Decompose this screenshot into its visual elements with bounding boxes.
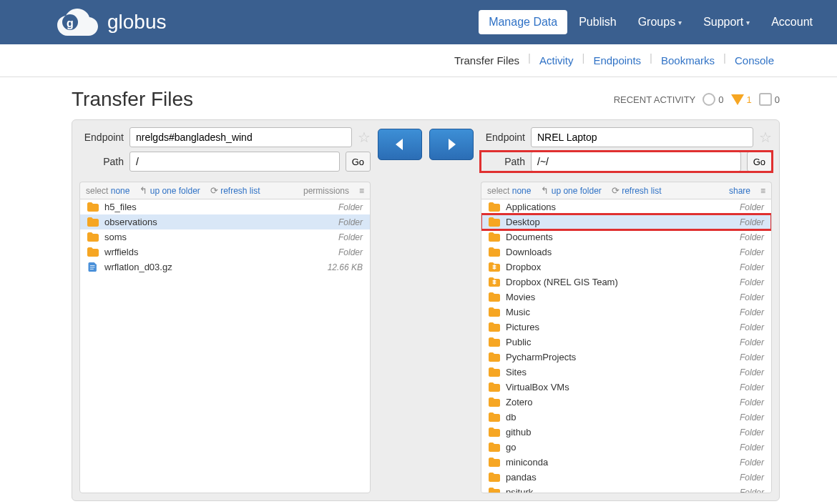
file-row[interactable]: MusicFolder <box>481 305 771 320</box>
nav-item-account[interactable]: Account <box>761 10 823 34</box>
logo[interactable]: g globus <box>57 9 167 36</box>
globus-cloud-icon: g <box>57 9 100 36</box>
svg-rect-4 <box>90 269 94 270</box>
source-path-row: Path Go <box>79 152 371 172</box>
file-type: Folder <box>338 217 363 227</box>
file-row[interactable]: PicturesFolder <box>481 320 771 335</box>
file-type: Folder <box>740 217 764 227</box>
file-name: PycharmProjects <box>506 352 740 362</box>
source-endpoint-input[interactable] <box>129 127 352 147</box>
file-row[interactable]: VirtualBox VMsFolder <box>481 380 771 395</box>
hamburger-icon[interactable]: ≡ <box>760 186 765 196</box>
source-go-button[interactable]: Go <box>346 152 371 172</box>
file-row[interactable]: PublicFolder <box>481 335 771 350</box>
file-row[interactable]: wrffieldsFolder <box>80 244 370 260</box>
file-type: Folder <box>338 202 363 212</box>
file-name: Documents <box>506 232 740 242</box>
file-row[interactable]: SitesFolder <box>481 365 771 380</box>
file-row[interactable]: DownloadsFolder <box>481 244 771 260</box>
nav-item-manage-data[interactable]: Manage Data <box>479 10 567 34</box>
file-row[interactable]: MoviesFolder <box>481 290 771 305</box>
subnav-transfer-files[interactable]: Transfer Files <box>449 51 525 69</box>
file-type: Folder <box>740 397 764 407</box>
path-label: Path <box>79 156 124 167</box>
share-link[interactable]: share <box>729 186 750 196</box>
activity-success-count: 0 <box>718 94 723 105</box>
refresh-icon: ⟳ <box>612 185 620 196</box>
subnav-activity[interactable]: Activity <box>534 51 579 69</box>
file-name: Sites <box>506 367 740 377</box>
transfer-left-button[interactable] <box>378 129 422 160</box>
file-name: Movies <box>506 292 740 302</box>
source-file-list[interactable]: h5_filesFolderobservationsFoldersomsFold… <box>79 199 371 493</box>
endpoint-label: Endpoint <box>481 132 525 143</box>
permissions-link[interactable]: permissions <box>303 186 349 196</box>
file-row[interactable]: pandasFolder <box>481 470 771 485</box>
subnav-console[interactable]: Console <box>729 51 780 69</box>
transfer-right-button[interactable] <box>429 129 474 160</box>
dest-file-list[interactable]: ApplicationsFolderDesktopFolderDocuments… <box>481 199 772 493</box>
subnav-endpoints[interactable]: Endpoints <box>587 51 647 69</box>
nav-item-support[interactable]: Support▾ <box>693 10 760 34</box>
dest-endpoint-input[interactable] <box>531 127 753 147</box>
dest-path-input[interactable] <box>531 152 741 172</box>
file-row[interactable]: DocumentsFolder <box>481 229 771 244</box>
chevron-down-icon: ▾ <box>678 19 682 26</box>
hamburger-icon[interactable]: ≡ <box>359 186 364 196</box>
file-type: Folder <box>740 277 764 287</box>
file-row[interactable]: psiturkFolder <box>481 485 771 493</box>
file-name: github <box>506 427 740 438</box>
nav-item-groups[interactable]: Groups▾ <box>628 10 692 34</box>
select-none-link[interactable]: none <box>512 186 532 196</box>
file-type: 12.66 KB <box>328 262 363 272</box>
subnav-bookmarks[interactable]: Bookmarks <box>655 51 720 69</box>
page-title: Transfer Files <box>72 88 193 111</box>
header: g globus Manage DataPublishGroups▾Suppor… <box>0 0 837 44</box>
activity-warning[interactable]: 1 <box>731 94 752 105</box>
file-row[interactable]: wrflatlon_d03.gz12.66 KB <box>80 260 370 275</box>
dest-path-row: Path Go <box>481 152 772 172</box>
refresh-link[interactable]: refresh list <box>622 186 661 196</box>
recent-activity: RECENT ACTIVITY 0 1 0 <box>614 93 780 106</box>
file-row[interactable]: dbFolder <box>481 410 771 425</box>
source-path-input[interactable] <box>129 152 340 172</box>
triangle-icon <box>731 94 744 105</box>
file-type: Folder <box>740 488 764 494</box>
file-row[interactable]: ApplicationsFolder <box>481 199 771 214</box>
file-row[interactable]: h5_filesFolder <box>80 199 370 214</box>
file-row[interactable]: observationsFolder <box>80 214 370 229</box>
bookmark-star-icon[interactable]: ☆ <box>759 129 772 146</box>
up-folder-link[interactable]: up one folder <box>552 186 602 196</box>
file-row[interactable]: ZoteroFolder <box>481 395 771 410</box>
file-name: Applications <box>506 202 740 212</box>
file-type: Folder <box>740 262 764 272</box>
file-type: Folder <box>740 428 764 438</box>
file-row[interactable]: minicondaFolder <box>481 455 771 470</box>
file-name: wrffields <box>104 247 338 257</box>
file-row[interactable]: DesktopFolder <box>481 214 771 229</box>
activity-error[interactable]: 0 <box>759 93 780 106</box>
file-row[interactable]: DropboxFolder <box>481 260 771 275</box>
title-row: Transfer Files RECENT ACTIVITY 0 1 0 <box>72 88 780 111</box>
file-type: Folder <box>740 367 764 377</box>
svg-text:g: g <box>67 17 74 29</box>
destination-panel: Endpoint ☆ Path Go select none ↰ up one … <box>481 127 772 493</box>
file-row[interactable]: githubFolder <box>481 425 771 440</box>
file-name: Music <box>506 307 740 317</box>
select-none-link[interactable]: none <box>111 186 130 196</box>
up-folder-link[interactable]: up one folder <box>150 186 200 196</box>
dest-go-button[interactable]: Go <box>747 152 772 172</box>
file-row[interactable]: goFolder <box>481 440 771 455</box>
file-type: Folder <box>740 412 764 423</box>
activity-success[interactable]: 0 <box>703 93 723 106</box>
transfer-arrows <box>378 127 474 493</box>
file-type: Folder <box>740 473 764 483</box>
file-row[interactable]: Dropbox (NREL GIS Team)Folder <box>481 275 771 290</box>
file-row[interactable]: somsFolder <box>80 229 370 244</box>
refresh-link[interactable]: refresh list <box>220 186 260 196</box>
file-name: go <box>506 442 740 453</box>
file-row[interactable]: PycharmProjectsFolder <box>481 350 771 365</box>
source-list-toolbar: select none ↰ up one folder ⟳ refresh li… <box>79 182 371 199</box>
bookmark-star-icon[interactable]: ☆ <box>358 129 371 146</box>
nav-item-publish[interactable]: Publish <box>569 10 626 34</box>
